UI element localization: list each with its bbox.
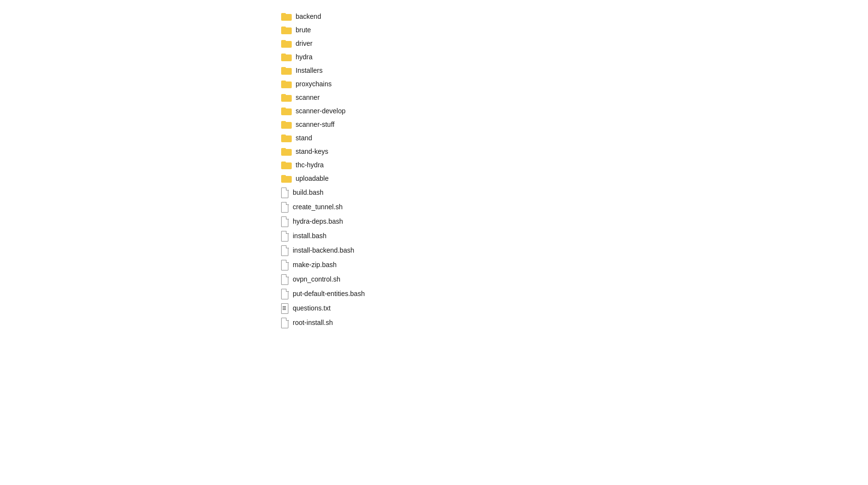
folder-icon bbox=[281, 93, 292, 102]
item-label: put-default-entities.bash bbox=[293, 290, 365, 297]
list-item[interactable]: stand-keys bbox=[277, 145, 432, 158]
list-item[interactable]: thc-hydra bbox=[277, 158, 432, 172]
item-label: ovpn_control.sh bbox=[293, 275, 340, 283]
folder-icon bbox=[281, 120, 292, 129]
list-item[interactable]: questions.txt bbox=[277, 301, 432, 315]
list-item[interactable]: proxychains bbox=[277, 77, 432, 91]
text-file-icon bbox=[281, 303, 289, 313]
list-item[interactable]: create_tunnel.sh bbox=[277, 200, 432, 214]
list-item[interactable]: scanner-develop bbox=[277, 104, 432, 118]
list-item[interactable]: make-zip.bash bbox=[277, 257, 432, 272]
item-label: questions.txt bbox=[293, 304, 331, 312]
list-item[interactable]: scanner bbox=[277, 91, 432, 104]
item-label: install-backend.bash bbox=[293, 246, 354, 254]
folder-icon bbox=[281, 53, 292, 61]
folder-icon bbox=[281, 80, 292, 88]
item-label: scanner bbox=[296, 94, 320, 101]
item-label: scanner-develop bbox=[296, 107, 346, 115]
folder-icon bbox=[281, 39, 292, 48]
file-icon bbox=[281, 318, 289, 327]
list-item[interactable]: install-backend.bash bbox=[277, 243, 432, 257]
list-item[interactable]: stand bbox=[277, 131, 432, 145]
list-item[interactable]: brute bbox=[277, 23, 432, 37]
folder-icon bbox=[281, 134, 292, 142]
file-icon bbox=[281, 231, 289, 241]
file-icon bbox=[281, 245, 289, 255]
file-list: backend brute driver hydra Installers pr… bbox=[0, 0, 868, 339]
item-label: driver bbox=[296, 40, 312, 47]
file-icon bbox=[281, 202, 289, 212]
file-icon bbox=[281, 216, 289, 226]
list-item[interactable]: build.bash bbox=[277, 185, 432, 200]
item-label: Installers bbox=[296, 67, 323, 74]
list-item[interactable]: install.bash bbox=[277, 229, 432, 243]
item-label: thc-hydra bbox=[296, 161, 324, 169]
item-label: hydra bbox=[296, 53, 312, 61]
item-label: stand-keys bbox=[296, 148, 328, 155]
item-label: create_tunnel.sh bbox=[293, 203, 343, 211]
file-icon bbox=[281, 260, 289, 269]
folder-icon bbox=[281, 12, 292, 21]
item-label: make-zip.bash bbox=[293, 261, 337, 269]
item-label: install.bash bbox=[293, 232, 326, 240]
item-label: hydra-deps.bash bbox=[293, 217, 343, 225]
item-label: stand bbox=[296, 134, 312, 142]
item-label: backend bbox=[296, 13, 321, 20]
list-item[interactable]: uploadable bbox=[277, 172, 432, 185]
folder-icon bbox=[281, 161, 292, 169]
file-icon bbox=[281, 188, 289, 197]
list-item[interactable]: hydra-deps.bash bbox=[277, 214, 432, 229]
folder-icon bbox=[281, 147, 292, 156]
list-item[interactable]: hydra bbox=[277, 50, 432, 64]
item-label: root-install.sh bbox=[293, 319, 333, 326]
folder-icon bbox=[281, 107, 292, 115]
item-label: brute bbox=[296, 26, 311, 34]
item-label: scanner-stuff bbox=[296, 121, 335, 128]
list-item[interactable]: put-default-entities.bash bbox=[277, 286, 432, 301]
item-label: proxychains bbox=[296, 80, 332, 88]
folder-icon bbox=[281, 26, 292, 34]
list-item[interactable]: root-install.sh bbox=[277, 315, 432, 330]
list-item[interactable]: backend bbox=[277, 10, 432, 23]
folder-icon bbox=[281, 174, 292, 183]
list-item[interactable]: driver bbox=[277, 37, 432, 50]
item-label: build.bash bbox=[293, 189, 324, 196]
list-item[interactable]: ovpn_control.sh bbox=[277, 272, 432, 286]
folder-icon bbox=[281, 66, 292, 75]
file-icon bbox=[281, 274, 289, 284]
list-item[interactable]: Installers bbox=[277, 64, 432, 77]
file-icon bbox=[281, 289, 289, 298]
list-item[interactable]: scanner-stuff bbox=[277, 118, 432, 131]
item-label: uploadable bbox=[296, 175, 329, 182]
